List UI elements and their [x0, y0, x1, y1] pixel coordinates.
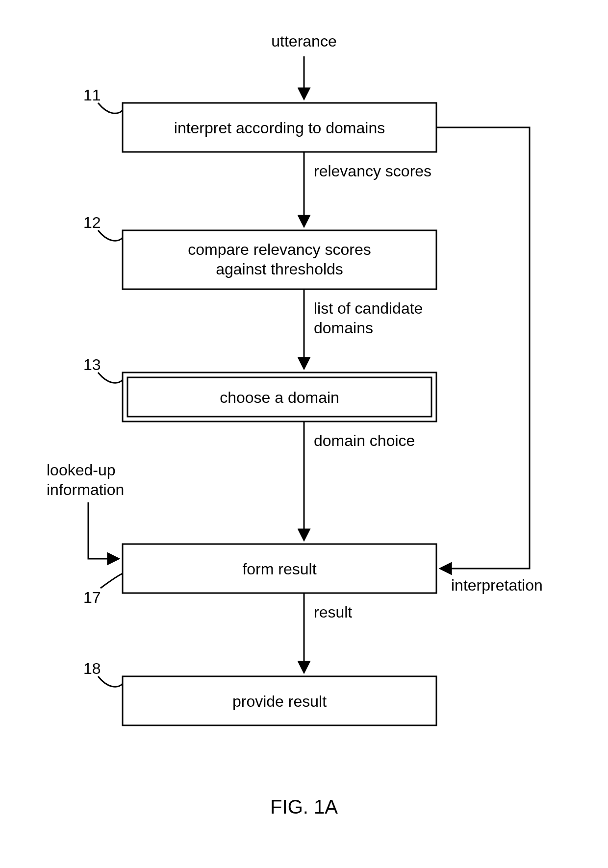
- ref-18-tick: [98, 676, 123, 687]
- input-label: utterance: [271, 32, 336, 50]
- ref-17-tick: [101, 573, 123, 588]
- ref-13: 13: [83, 356, 101, 373]
- ref-11-tick: [98, 103, 123, 113]
- edge-interpretation: interpretation: [451, 576, 543, 594]
- box-18-text: provide result: [232, 693, 327, 710]
- box-12: [123, 230, 436, 289]
- edge-domain-choice: domain choice: [314, 432, 415, 449]
- box-12-line2: against thresholds: [216, 260, 343, 278]
- looked-up-line1: looked-up: [47, 461, 116, 479]
- box-11-text: interpret according to domains: [174, 119, 385, 137]
- looked-up-line2: information: [47, 481, 124, 498]
- ref-12-tick: [98, 230, 123, 241]
- ref-17: 17: [83, 589, 101, 606]
- edge-candidate-line2: domains: [314, 319, 373, 337]
- box-17-text: form result: [242, 560, 316, 578]
- ref-18: 18: [83, 660, 101, 677]
- arrow-interpretation: [436, 127, 530, 569]
- arrow-lookedup-to-17: [88, 502, 118, 559]
- flowchart-diagram: utterance interpret according to domains…: [0, 0, 608, 868]
- box-13-text: choose a domain: [220, 389, 339, 406]
- box-12-line1: compare relevancy scores: [188, 241, 371, 258]
- edge-result: result: [314, 603, 352, 621]
- edge-candidate-line1: list of candidate: [314, 299, 423, 317]
- figure-label: FIG. 1A: [270, 796, 338, 818]
- ref-11: 11: [83, 86, 101, 104]
- ref-12: 12: [83, 214, 101, 231]
- ref-13-tick: [98, 372, 123, 383]
- edge-relevancy-scores: relevancy scores: [314, 162, 431, 180]
